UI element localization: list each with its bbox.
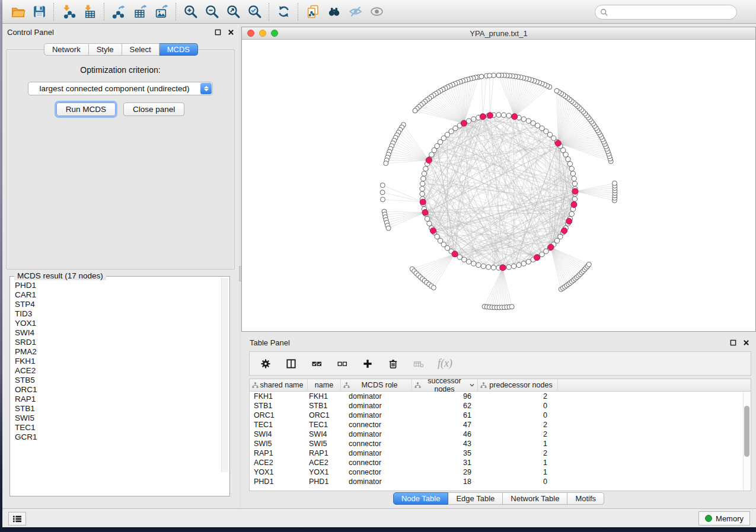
clear-selection-icon[interactable] bbox=[336, 357, 349, 370]
table-cell: 61 bbox=[412, 411, 478, 420]
task-history-button[interactable] bbox=[8, 512, 26, 525]
tab-network[interactable]: Network bbox=[44, 43, 89, 56]
mcds-result-item[interactable]: STB1 bbox=[15, 404, 221, 414]
mcds-result-item[interactable]: SWI5 bbox=[15, 414, 221, 423]
tab-node-table[interactable]: Node Table bbox=[393, 492, 449, 505]
mcds-result-item[interactable]: ORC1 bbox=[15, 385, 221, 395]
mcds-result-item[interactable]: YOX1 bbox=[15, 319, 221, 328]
mcds-result-item[interactable]: ACE2 bbox=[15, 366, 221, 376]
column-header-name[interactable]: name bbox=[308, 379, 341, 391]
search-input[interactable] bbox=[608, 7, 736, 18]
table-cell: YOX1 bbox=[308, 467, 341, 477]
table-cell: connector bbox=[341, 439, 412, 448]
table-row[interactable]: STB1STB1dominator620 bbox=[250, 401, 751, 411]
memory-button[interactable]: Memory bbox=[698, 511, 750, 525]
import-table-icon[interactable] bbox=[79, 2, 100, 22]
tab-network-table[interactable]: Network Table bbox=[503, 492, 567, 505]
add-row-icon[interactable] bbox=[361, 357, 374, 370]
column-header-mcds-role[interactable]: MCDS role bbox=[341, 379, 412, 391]
zoom-fit-icon[interactable] bbox=[222, 2, 244, 22]
table-cell: 43 bbox=[412, 439, 478, 448]
tab-style[interactable]: Style bbox=[89, 43, 122, 56]
table-scrollbar-thumb[interactable] bbox=[744, 406, 749, 457]
table-cell: dominator bbox=[341, 392, 412, 401]
mcds-result-item[interactable]: TEC1 bbox=[15, 423, 221, 432]
import-network-icon[interactable] bbox=[58, 2, 79, 22]
hide-selected-icon[interactable] bbox=[344, 2, 366, 22]
table-row[interactable]: ACE2ACE2connector311 bbox=[250, 458, 751, 467]
tab-select[interactable]: Select bbox=[122, 43, 160, 56]
mcds-result-item[interactable]: STP4 bbox=[15, 300, 221, 309]
mcds-result-item[interactable]: STB5 bbox=[15, 376, 221, 385]
show-all-icon[interactable] bbox=[366, 2, 387, 22]
node-table: shared name name MCDS role successor nod… bbox=[249, 379, 751, 491]
show-columns-icon[interactable] bbox=[285, 357, 298, 370]
export-image-icon[interactable] bbox=[151, 2, 172, 22]
network-canvas[interactable] bbox=[242, 40, 755, 331]
export-network-icon[interactable] bbox=[108, 2, 129, 22]
table-cell: 62 bbox=[412, 401, 478, 411]
mcds-result-item[interactable]: RAP1 bbox=[15, 395, 221, 404]
attribute-icon bbox=[480, 382, 487, 389]
select-all-icon[interactable] bbox=[310, 357, 323, 370]
duplicate-network-icon[interactable] bbox=[302, 2, 323, 22]
close-window-icon[interactable] bbox=[247, 30, 254, 37]
column-header-shared-name[interactable]: shared name bbox=[250, 379, 308, 391]
table-row[interactable]: FKH1FKH1dominator962 bbox=[250, 392, 751, 401]
float-panel-icon[interactable] bbox=[729, 338, 737, 347]
table-cell: STB1 bbox=[250, 401, 308, 411]
search-network-icon[interactable] bbox=[323, 2, 344, 22]
close-panel-button[interactable]: Close panel bbox=[123, 102, 184, 116]
refresh-view-icon[interactable] bbox=[273, 2, 294, 22]
mcds-result-item[interactable]: SWI4 bbox=[15, 328, 221, 338]
close-panel-icon[interactable] bbox=[227, 28, 235, 36]
mcds-list-scrollbar[interactable] bbox=[221, 278, 228, 472]
network-titlebar[interactable]: YPA_prune.txt_1 bbox=[242, 27, 755, 40]
table-cell: 29 bbox=[412, 467, 478, 477]
table-settings-gear-icon[interactable] bbox=[259, 357, 272, 370]
tab-mcds[interactable]: MCDS bbox=[160, 43, 198, 56]
export-table-icon[interactable] bbox=[129, 2, 151, 22]
table-row[interactable]: RAP1RAP1dominator352 bbox=[250, 448, 751, 458]
table-row[interactable]: TEC1TEC1connector472 bbox=[250, 420, 751, 430]
table-row[interactable]: YOX1YOX1connector291 bbox=[250, 467, 751, 477]
optimization-criterion-select[interactable]: largest connected component (undirected) bbox=[28, 82, 213, 95]
save-session-icon[interactable] bbox=[28, 2, 50, 22]
zoom-selected-icon[interactable] bbox=[244, 2, 265, 22]
tab-motifs[interactable]: Motifs bbox=[567, 492, 604, 505]
mcds-result-item[interactable]: CAR1 bbox=[15, 290, 221, 300]
mcds-result-item[interactable]: SRD1 bbox=[15, 338, 221, 347]
mcds-result-item[interactable]: FKH1 bbox=[15, 357, 221, 366]
table-cell: SWI4 bbox=[250, 430, 308, 439]
mcds-result-item[interactable]: TID3 bbox=[15, 309, 221, 319]
table-row[interactable]: SWI4SWI4dominator462 bbox=[250, 430, 751, 439]
chevron-down-icon[interactable] bbox=[469, 382, 475, 388]
close-panel-icon[interactable] bbox=[742, 338, 750, 347]
network-graph[interactable] bbox=[242, 40, 755, 331]
tab-edge-table[interactable]: Edge Table bbox=[448, 492, 503, 505]
table-row[interactable]: PHD1PHD1dominator180 bbox=[250, 477, 751, 486]
mcds-result-list[interactable]: PHD1CAR1STP4TID3YOX1SWI4SRD1PMA2FKH1ACE2… bbox=[11, 278, 221, 495]
delete-rows-icon[interactable] bbox=[387, 357, 400, 370]
mcds-result-item[interactable]: PMA2 bbox=[15, 347, 221, 357]
table-cell: dominator bbox=[341, 477, 412, 486]
memory-label: Memory bbox=[716, 514, 744, 523]
zoom-in-icon[interactable] bbox=[180, 2, 201, 22]
open-file-icon[interactable] bbox=[7, 2, 28, 22]
mcds-result-item[interactable]: GCR1 bbox=[15, 432, 221, 442]
float-panel-icon[interactable] bbox=[213, 28, 222, 36]
table-cell: TEC1 bbox=[250, 420, 308, 430]
table-scrollbar[interactable] bbox=[743, 392, 751, 491]
toolbar-separator bbox=[298, 3, 298, 21]
toolbar-separator bbox=[53, 3, 54, 21]
table-row[interactable]: SWI5SWI5connector431 bbox=[250, 439, 751, 448]
table-row[interactable]: ORC1ORC1dominator610 bbox=[250, 411, 751, 420]
column-header-predecessor-nodes[interactable]: predecessor nodes bbox=[478, 379, 558, 391]
run-mcds-button[interactable]: Run MCDS bbox=[56, 102, 116, 116]
column-header-successor-nodes[interactable]: successor nodes bbox=[412, 379, 478, 391]
minimize-window-icon[interactable] bbox=[259, 30, 266, 37]
zoom-out-icon[interactable] bbox=[201, 2, 222, 22]
status-bar: Memory bbox=[2, 508, 756, 527]
mcds-result-item[interactable]: PHD1 bbox=[15, 281, 221, 290]
maximize-window-icon[interactable] bbox=[271, 30, 278, 37]
